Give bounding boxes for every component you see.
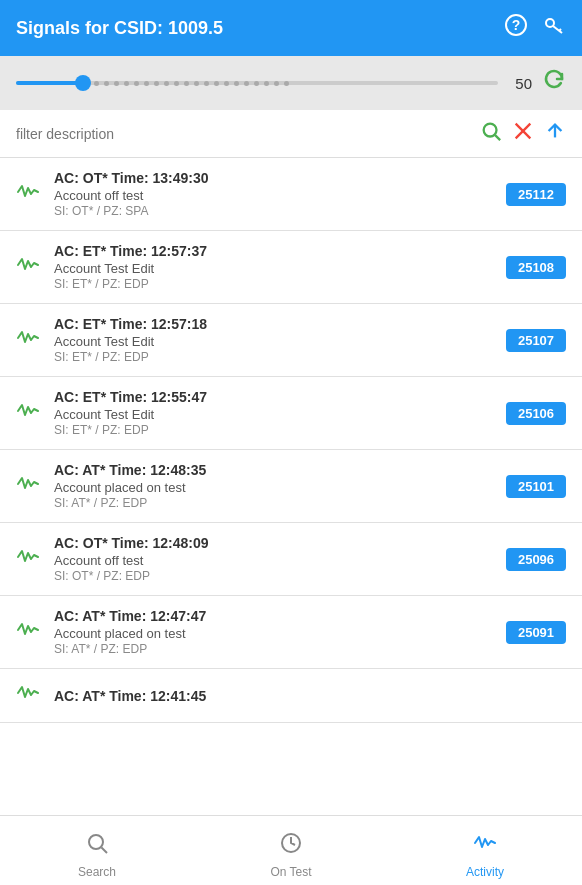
nav-item-search[interactable]: Search [0,823,194,879]
item-title: AC: AT* Time: 12:48:35 [54,462,506,478]
nav-item-activity[interactable]: Activity [388,823,582,879]
list-item[interactable]: AC: AT* Time: 12:48:35 Account placed on… [0,450,582,523]
list-item-content: AC: ET* Time: 12:57:18 Account Test Edit… [54,316,506,364]
header-title: Signals for CSID: 1009.5 [16,18,223,39]
slider-dot [284,81,289,86]
slider-dot [174,81,179,86]
item-meta: SI: ET* / PZ: EDP [54,350,506,364]
svg-point-5 [484,124,497,137]
svg-point-10 [89,835,103,849]
slider-dot [244,81,249,86]
nav-label-search: Search [78,865,116,879]
slider-dot [104,81,109,86]
pulse-icon [16,399,40,428]
slider-dot [234,81,239,86]
item-subtitle: Account Test Edit [54,334,506,349]
pulse-icon [16,545,40,574]
item-title: AC: OT* Time: 12:48:09 [54,535,506,551]
item-badge[interactable]: 25106 [506,402,566,425]
svg-line-6 [495,135,500,140]
item-badge[interactable]: 25108 [506,256,566,279]
slider-dot [94,81,99,86]
help-icon[interactable]: ? [504,13,528,43]
slider-dot [134,81,139,86]
item-subtitle: Account Test Edit [54,407,506,422]
item-meta: SI: ET* / PZ: EDP [54,423,506,437]
slider-dot [254,81,259,86]
item-meta: SI: ET* / PZ: EDP [54,277,506,291]
item-meta: SI: AT* / PZ: EDP [54,496,506,510]
item-title: AC: ET* Time: 12:57:37 [54,243,506,259]
slider-dot [194,81,199,86]
list-item-content: AC: ET* Time: 12:57:37 Account Test Edit… [54,243,506,291]
slider-dot [224,81,229,86]
slider-dot [144,81,149,86]
pulse-icon [16,180,40,209]
item-badge[interactable]: 25101 [506,475,566,498]
item-title: AC: ET* Time: 12:55:47 [54,389,506,405]
item-title: AC: AT* Time: 12:41:45 [54,688,566,704]
pulse-icon [16,326,40,355]
clock-nav-icon [279,831,303,861]
pulse-icon [16,681,40,710]
bottom-nav: Search On Test Activity [0,815,582,885]
item-badge[interactable]: 25096 [506,548,566,571]
slider-dot [114,81,119,86]
list-item[interactable]: AC: ET* Time: 12:57:18 Account Test Edit… [0,304,582,377]
pulse-icon [16,472,40,501]
pulse-icon [16,618,40,647]
item-subtitle: Account placed on test [54,480,506,495]
item-badge[interactable]: 25112 [506,183,566,206]
svg-line-4 [559,29,561,31]
list-item[interactable]: AC: AT* Time: 12:41:45 [0,669,582,723]
nav-label-activity: Activity [466,865,504,879]
filter-icons [480,120,566,147]
item-subtitle: Account off test [54,553,506,568]
slider-value: 50 [508,75,532,92]
slider-dot [154,81,159,86]
item-title: AC: OT* Time: 13:49:30 [54,170,506,186]
list-item-content: AC: AT* Time: 12:47:47 Account placed on… [54,608,506,656]
slider-fill [16,81,83,85]
item-subtitle: Account off test [54,188,506,203]
item-meta: SI: OT* / PZ: EDP [54,569,506,583]
refresh-icon[interactable] [542,68,566,98]
filter-clear-icon[interactable] [512,120,534,147]
svg-text:?: ? [512,17,521,33]
slider-dot [274,81,279,86]
slider-section: 50 [0,56,582,110]
header-actions: ? [504,13,566,43]
filter-section [0,110,582,158]
list-item[interactable]: AC: OT* Time: 13:49:30 Account off test … [0,158,582,231]
list-item[interactable]: AC: ET* Time: 12:57:37 Account Test Edit… [0,231,582,304]
svg-line-11 [102,847,108,853]
item-meta: SI: OT* / PZ: SPA [54,204,506,218]
nav-item-ontest[interactable]: On Test [194,823,388,879]
item-badge[interactable]: 25107 [506,329,566,352]
list-item-content: AC: ET* Time: 12:55:47 Account Test Edit… [54,389,506,437]
filter-upload-icon[interactable] [544,120,566,147]
slider-dot [164,81,169,86]
item-title: AC: AT* Time: 12:47:47 [54,608,506,624]
item-title: AC: ET* Time: 12:57:18 [54,316,506,332]
filter-input[interactable] [16,126,472,142]
item-subtitle: Account Test Edit [54,261,506,276]
item-subtitle: Account placed on test [54,626,506,641]
activity-nav-icon [473,831,497,861]
list-item-content: AC: OT* Time: 12:48:09 Account off test … [54,535,506,583]
slider-dot [184,81,189,86]
slider-dot [124,81,129,86]
app-header: Signals for CSID: 1009.5 ? [0,0,582,56]
list-item[interactable]: AC: OT* Time: 12:48:09 Account off test … [0,523,582,596]
search-nav-icon [85,831,109,861]
list-item-content: AC: AT* Time: 12:41:45 [54,688,566,704]
key-icon[interactable] [542,13,566,43]
list-item[interactable]: AC: ET* Time: 12:55:47 Account Test Edit… [0,377,582,450]
signal-list: AC: OT* Time: 13:49:30 Account off test … [0,158,582,817]
filter-search-icon[interactable] [480,120,502,147]
svg-point-2 [546,19,554,27]
list-item[interactable]: AC: AT* Time: 12:47:47 Account placed on… [0,596,582,669]
nav-label-ontest: On Test [270,865,311,879]
item-badge[interactable]: 25091 [506,621,566,644]
list-item-content: AC: OT* Time: 13:49:30 Account off test … [54,170,506,218]
